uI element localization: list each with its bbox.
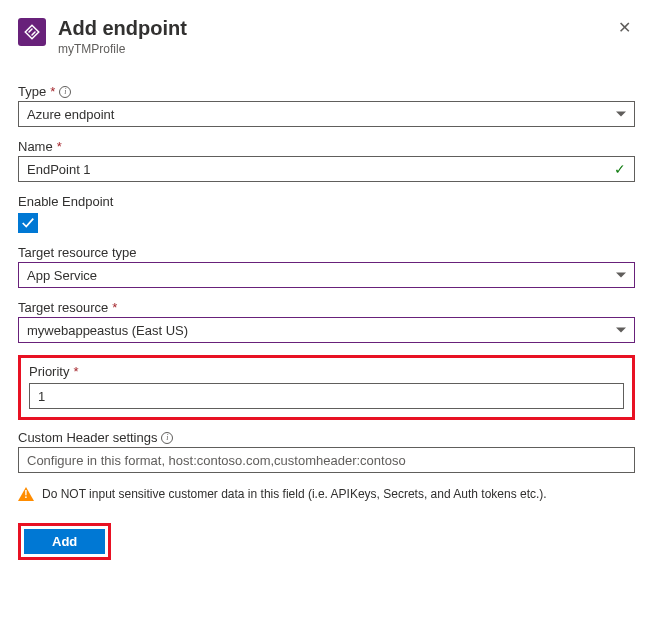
enable-label: Enable Endpoint	[18, 194, 113, 209]
chevron-down-icon	[616, 273, 626, 278]
field-name: Name * EndPoint 1 ✓	[18, 139, 635, 182]
field-custom-header: Custom Header settings i	[18, 430, 635, 473]
chevron-down-icon	[616, 328, 626, 333]
panel-subtitle: myTMProfile	[58, 42, 602, 56]
check-icon: ✓	[614, 161, 626, 177]
name-value: EndPoint 1	[27, 162, 91, 177]
type-label: Type	[18, 84, 46, 99]
field-enable: Enable Endpoint	[18, 194, 635, 233]
custom-header-input[interactable]	[18, 447, 635, 473]
field-type: Type * i Azure endpoint	[18, 84, 635, 127]
target-resource-value: mywebappeastus (East US)	[27, 323, 188, 338]
warning-icon	[18, 487, 34, 501]
target-type-label: Target resource type	[18, 245, 137, 260]
warning-row: Do NOT input sensitive customer data in …	[18, 487, 635, 501]
warning-text: Do NOT input sensitive customer data in …	[42, 487, 547, 501]
footer: Add	[18, 523, 635, 560]
name-input[interactable]: EndPoint 1 ✓	[18, 156, 635, 182]
required-mark: *	[57, 139, 62, 154]
required-mark: *	[112, 300, 117, 315]
target-type-select[interactable]: App Service	[18, 262, 635, 288]
add-button-highlight: Add	[18, 523, 111, 560]
target-resource-select[interactable]: mywebappeastus (East US)	[18, 317, 635, 343]
name-label: Name	[18, 139, 53, 154]
priority-label: Priority	[29, 364, 69, 379]
type-select[interactable]: Azure endpoint	[18, 101, 635, 127]
target-type-value: App Service	[27, 268, 97, 283]
custom-header-label: Custom Header settings	[18, 430, 157, 445]
chevron-down-icon	[616, 112, 626, 117]
panel-header: Add endpoint myTMProfile ✕	[18, 16, 635, 56]
type-value: Azure endpoint	[27, 107, 114, 122]
close-button[interactable]: ✕	[614, 16, 635, 40]
required-mark: *	[73, 364, 78, 379]
field-target-resource: Target resource * mywebappeastus (East U…	[18, 300, 635, 343]
info-icon[interactable]: i	[59, 86, 71, 98]
traffic-manager-icon	[18, 18, 46, 46]
info-icon[interactable]: i	[161, 432, 173, 444]
field-priority-highlight: Priority *	[18, 355, 635, 420]
required-mark: *	[50, 84, 55, 99]
priority-input[interactable]	[29, 383, 624, 409]
panel-title: Add endpoint	[58, 16, 602, 40]
field-target-type: Target resource type App Service	[18, 245, 635, 288]
target-resource-label: Target resource	[18, 300, 108, 315]
add-button[interactable]: Add	[24, 529, 105, 554]
enable-checkbox[interactable]	[18, 213, 38, 233]
